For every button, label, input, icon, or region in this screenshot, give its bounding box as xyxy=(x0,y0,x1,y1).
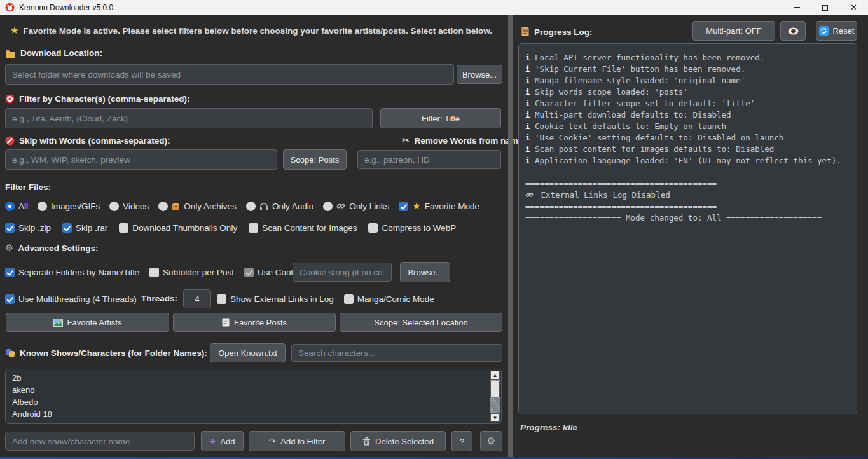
checkbox-favorite-mode[interactable]: ★Favorite Mode xyxy=(399,202,479,211)
scissors-icon: ✂ xyxy=(402,136,410,146)
filter-files-checkbox-row: Skip .zipSkip .rarDownload Thumbnails On… xyxy=(5,221,456,234)
remove-words-label: ✂ Remove Words from name: xyxy=(402,136,526,146)
archive-icon xyxy=(172,202,180,210)
filter-files-label: Filter Files: xyxy=(5,182,51,192)
advanced-row-2b: Show External Links in Log Manga/Comic M… xyxy=(217,289,434,308)
settings-button[interactable]: ⚙ xyxy=(480,431,502,451)
delete-selected-button[interactable]: Delete Selected xyxy=(350,431,446,451)
download-browse-button[interactable]: Browse... xyxy=(457,65,502,84)
scroll-down-icon[interactable]: ▼ xyxy=(490,413,500,422)
add-character-input[interactable] xyxy=(5,432,195,451)
skip-words-input[interactable] xyxy=(5,149,277,170)
banner-text: Favorite Mode is active. Please select f… xyxy=(23,26,492,36)
scroll-up-icon[interactable]: ▲ xyxy=(490,371,500,380)
cookie-browse-button[interactable]: Browse... xyxy=(400,262,450,282)
radio-images-gifs[interactable]: Images/GIFs xyxy=(38,202,100,211)
skip-scope-button[interactable]: Scope: Posts xyxy=(283,149,347,170)
favorite-mode-banner: ★ Favorite Mode is active. Please select… xyxy=(0,26,502,36)
star-icon: ★ xyxy=(10,26,18,36)
restore-icon xyxy=(822,5,828,11)
checkbox-download-thumbnails-only[interactable]: Download Thumbnails Only xyxy=(119,223,237,233)
folder-icon xyxy=(5,49,16,58)
gear-icon: ⚙ xyxy=(5,243,13,253)
eye-icon xyxy=(788,27,799,35)
open-known-txt-button[interactable]: Open Known.txt xyxy=(210,343,286,362)
known-characters-list[interactable]: 2bakenoAlbedoAndroid 18Android 21 ▲ ▼ xyxy=(5,369,502,424)
checkbox-separate-folders-by-name-title[interactable]: Separate Folders by Name/Title xyxy=(5,268,139,277)
threads-label: Threads: xyxy=(141,294,177,303)
checkbox-use-multithreading-4-threads[interactable]: Use Multithreading (4 Threads) xyxy=(5,294,137,304)
masks-icon xyxy=(5,348,15,358)
minimize-button[interactable] xyxy=(782,0,811,15)
star-icon: ★ xyxy=(412,202,420,211)
checkbox-compress-to-webp[interactable]: Compress to WebP xyxy=(368,223,456,233)
restore-button[interactable] xyxy=(811,0,839,15)
radio-only-archives[interactable]: Only Archives xyxy=(158,202,237,211)
remove-words-input[interactable] xyxy=(357,150,501,169)
radio-all[interactable]: All xyxy=(5,202,28,211)
checkbox-skip-rar[interactable]: Skip .rar xyxy=(62,223,107,233)
checkbox-scan-content-for-images[interactable]: Scan Content for Images xyxy=(249,223,357,233)
list-item[interactable]: akeno xyxy=(6,384,501,396)
log-line: i Character filter scope set to default:… xyxy=(525,98,850,109)
scope-selected-location-button[interactable]: Scope: Selected Location xyxy=(340,313,502,332)
cookie-string-input[interactable] xyxy=(293,263,392,282)
known-characters-label: Known Shows/Characters (for Folder Names… xyxy=(5,348,207,358)
target-icon xyxy=(5,94,15,104)
advanced-row-1: Separate Folders by Name/Title Subfolder… xyxy=(5,263,302,282)
favorite-artists-button[interactable]: Favorite Artists xyxy=(6,313,169,332)
panel-splitter[interactable] xyxy=(508,15,513,457)
document-icon xyxy=(222,318,230,327)
character-filter-input[interactable] xyxy=(5,108,373,128)
list-item[interactable]: 2b xyxy=(6,372,501,384)
progress-status: Progress: Idle xyxy=(520,423,577,432)
add-to-filter-button[interactable]: ↷ Add to Filter xyxy=(249,431,345,451)
plus-icon: + xyxy=(209,436,216,447)
download-location-label: Download Location: xyxy=(5,48,102,58)
progress-log-output[interactable]: i Local API server functionality has bee… xyxy=(518,43,857,414)
reset-button[interactable]: Reset xyxy=(816,21,857,41)
log-line: ==================== Mode changed to: Al… xyxy=(525,212,850,224)
checkbox-subfolder-per-post[interactable]: Subfolder per Post xyxy=(149,268,234,277)
character-filter-scope-button[interactable]: Filter: Title xyxy=(380,108,501,128)
trash-icon xyxy=(362,437,371,446)
help-button[interactable]: ? xyxy=(451,431,472,451)
minimize-icon xyxy=(794,7,800,8)
checkbox-skip-zip[interactable]: Skip .zip xyxy=(5,223,51,233)
threads-input[interactable] xyxy=(183,289,211,308)
no-entry-icon xyxy=(5,136,15,146)
log-line: i Scan post content for images defaults … xyxy=(525,144,850,155)
favorite-posts-button[interactable]: Favorite Posts xyxy=(173,313,336,332)
checkbox-manga-comic-mode[interactable]: Manga/Comic Mode xyxy=(344,294,434,304)
scroll-icon xyxy=(520,27,530,37)
radio-only-audio[interactable]: Only Audio xyxy=(246,202,313,211)
reset-icon xyxy=(819,26,829,36)
download-location-input[interactable] xyxy=(5,64,454,85)
checkbox-show-external-links-in-log[interactable]: Show External Links in Log xyxy=(217,294,334,304)
multipart-toggle-button[interactable]: Multi-part: OFF xyxy=(692,21,775,41)
curved-arrow-icon: ↷ xyxy=(269,437,277,446)
advanced-settings-label: ⚙ Advanced Settings: xyxy=(5,243,98,253)
link-icon xyxy=(336,202,345,210)
character-filter-label: Filter by Character(s) (comma-separated)… xyxy=(5,94,190,104)
list-item[interactable]: Android 18 xyxy=(6,408,501,420)
close-button[interactable]: ✕ xyxy=(839,0,868,15)
progress-log-label: Progress Log: xyxy=(520,27,593,37)
log-line: i Application language loaded: 'EN' (UI … xyxy=(525,155,850,167)
list-scrollbar[interactable]: ▲ ▼ xyxy=(490,371,500,422)
log-line: i 'Use Cookie' setting defaults to: Disa… xyxy=(525,132,850,144)
log-line: i Cookie text defaults to: Empty on laun… xyxy=(525,121,850,132)
radio-videos[interactable]: Videos xyxy=(109,202,149,211)
log-line: i 'Skip Current File' button has been re… xyxy=(525,64,850,75)
eye-button[interactable] xyxy=(780,21,806,41)
window-title: Kemono Downloader v5.0.0 xyxy=(19,3,113,12)
list-item[interactable]: Android 21 xyxy=(6,420,501,424)
log-line: i Manga filename style loaded: 'original… xyxy=(525,75,850,86)
add-button[interactable]: + Add xyxy=(201,431,244,451)
scrollbar-thumb[interactable] xyxy=(490,381,500,397)
app-window: Kemono Downloader v5.0.0 ✕ ★ Favorite Mo… xyxy=(0,0,868,459)
radio-only-links[interactable]: Only Links xyxy=(323,202,389,211)
character-search-input[interactable] xyxy=(291,344,502,362)
list-item[interactable]: Albedo xyxy=(6,396,501,408)
log-line: ======================================== xyxy=(525,178,850,189)
